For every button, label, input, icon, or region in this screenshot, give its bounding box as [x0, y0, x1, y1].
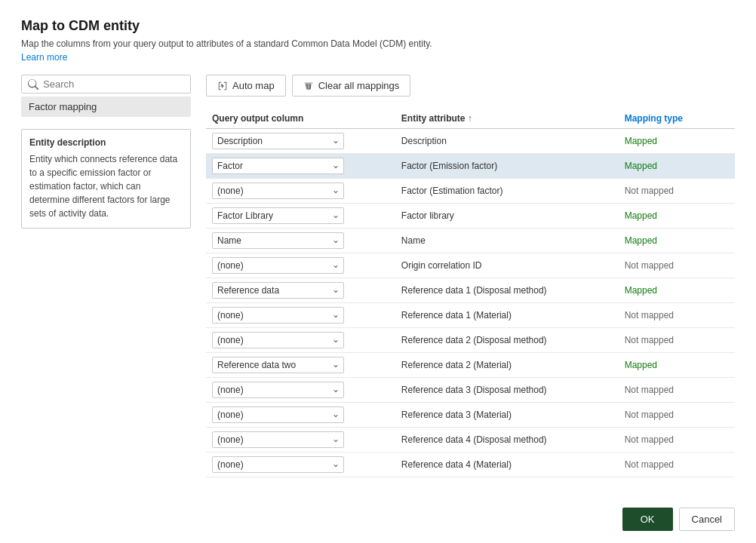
entity-attribute-cell: Factor (Estimation factor) [395, 179, 619, 204]
query-column-select[interactable]: Reference data two [212, 357, 344, 373]
mapping-type-cell: Not mapped [619, 179, 735, 204]
mapping-type-cell: Mapped [619, 129, 735, 154]
toolbar: Auto map Clear all mappings [206, 75, 735, 97]
mapping-type-cell: Not mapped [619, 428, 735, 452]
table-row: NameNameMapped [206, 229, 735, 253]
entity-description-text: Entity which connects reference data to … [29, 152, 183, 220]
query-column-select[interactable]: Factor Library [212, 207, 344, 224]
page-subtitle: Map the columns from your query output t… [21, 38, 735, 49]
mapping-type-cell: Not mapped [619, 303, 735, 328]
entity-attribute-cell: Description [395, 129, 619, 154]
ok-button[interactable]: OK [622, 508, 673, 531]
footer: OK Cancel [21, 495, 735, 531]
table-row: (none)Reference data 2 (Disposal method)… [206, 328, 735, 353]
query-column-select[interactable]: (none) [212, 332, 344, 348]
table-row: (none)Reference data 3 (Material)Not map… [206, 403, 735, 428]
query-column-select[interactable]: (none) [212, 257, 344, 274]
header-query-output: Query output column [206, 109, 395, 129]
table-row: Reference dataReference data 1 (Disposal… [206, 278, 735, 303]
query-column-select[interactable]: Reference data [212, 282, 344, 299]
mapping-type-cell: Not mapped [619, 378, 735, 403]
entity-description-title: Entity description [29, 137, 183, 148]
query-column-select[interactable]: Description [212, 133, 344, 149]
entity-attribute-cell: Reference data 2 (Material) [395, 353, 619, 378]
query-column-select[interactable]: (none) [212, 183, 344, 199]
entity-attribute-cell: Reference data 3 (Material) [395, 403, 619, 428]
mapping-type-cell: Not mapped [619, 403, 735, 428]
sidebar-item-factor-mapping[interactable]: Factor mapping [21, 97, 191, 117]
table-row: (none)Reference data 4 (Material)Not map… [206, 452, 735, 477]
query-column-select[interactable]: (none) [212, 382, 344, 398]
cancel-button[interactable]: Cancel [679, 508, 735, 531]
search-box [21, 75, 191, 94]
mapping-type-cell: Mapped [619, 229, 735, 253]
query-column-select[interactable]: (none) [212, 456, 344, 473]
entity-attribute-cell: Origin correlation ID [395, 253, 619, 278]
entity-attribute-cell: Reference data 3 (Disposal method) [395, 378, 619, 403]
entity-attribute-cell: Reference data 4 (Disposal method) [395, 428, 619, 452]
table-row: (none)Reference data 1 (Material)Not map… [206, 303, 735, 328]
mapping-type-cell: Not mapped [619, 253, 735, 278]
auto-map-icon [217, 81, 228, 91]
entity-attribute-cell: Factor library [395, 204, 619, 229]
query-column-select[interactable]: (none) [212, 431, 344, 448]
header-mapping-type: Mapping type [619, 109, 735, 129]
table-row: (none)Reference data 4 (Disposal method)… [206, 428, 735, 452]
entity-attribute-cell: Reference data 4 (Material) [395, 452, 619, 477]
clear-all-mappings-button[interactable]: Clear all mappings [292, 75, 411, 97]
table-row: (none)Reference data 3 (Disposal method)… [206, 378, 735, 403]
auto-map-button[interactable]: Auto map [206, 75, 286, 97]
search-input[interactable] [43, 78, 184, 90]
header-entity-attribute[interactable]: Entity attribute [395, 109, 619, 129]
entity-attribute-cell: Reference data 1 (Material) [395, 303, 619, 328]
table-row: Factor LibraryFactor libraryMapped [206, 204, 735, 229]
table-row: (none)Origin correlation IDNot mapped [206, 253, 735, 278]
nav-list: Factor mapping [21, 97, 191, 117]
mapping-type-cell: Not mapped [619, 328, 735, 353]
table-row: DescriptionDescriptionMapped [206, 129, 735, 154]
table-row: FactorFactor (Emission factor)Mapped [206, 154, 735, 179]
search-icon [28, 79, 38, 90]
entity-attribute-cell: Reference data 1 (Disposal method) [395, 278, 619, 303]
mapping-table: Query output column Entity attribute Map… [206, 109, 735, 477]
query-column-select[interactable]: (none) [212, 406, 344, 423]
mapping-type-cell: Not mapped [619, 452, 735, 477]
page-title: Map to CDM entity [21, 18, 735, 34]
mapping-type-cell: Mapped [619, 278, 735, 303]
table-row: (none)Factor (Estimation factor)Not mapp… [206, 179, 735, 204]
mapping-table-container: Query output column Entity attribute Map… [206, 109, 735, 495]
mapping-type-cell: Mapped [619, 154, 735, 179]
query-column-select[interactable]: Name [212, 232, 344, 249]
query-column-select[interactable]: Factor [212, 158, 344, 174]
query-column-select[interactable]: (none) [212, 307, 344, 324]
entity-attribute-cell: Factor (Emission factor) [395, 154, 619, 179]
mapping-type-cell: Mapped [619, 204, 735, 229]
entity-description-box: Entity description Entity which connects… [21, 129, 191, 229]
mapping-type-cell: Mapped [619, 353, 735, 378]
table-row: Reference data twoReference data 2 (Mate… [206, 353, 735, 378]
clear-icon [303, 81, 314, 91]
entity-attribute-cell: Name [395, 229, 619, 253]
learn-more-link[interactable]: Learn more [21, 52, 735, 63]
entity-attribute-cell: Reference data 2 (Disposal method) [395, 328, 619, 353]
